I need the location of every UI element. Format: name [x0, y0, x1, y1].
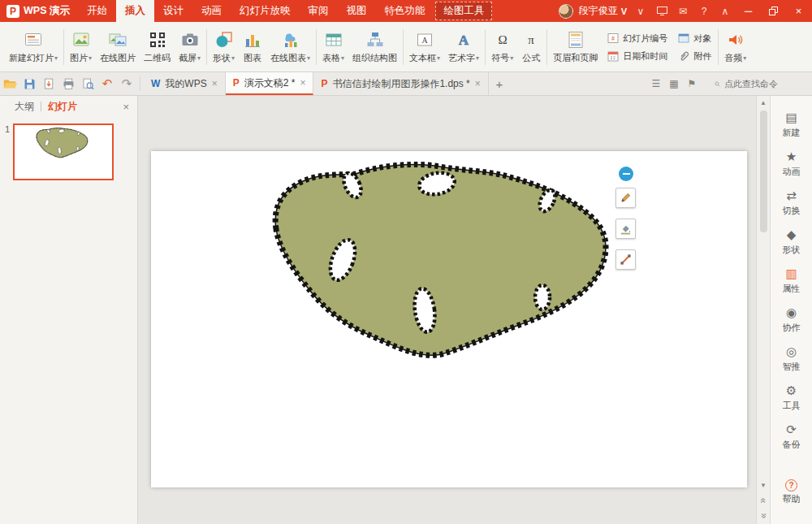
sidebar-item-animation[interactable]: ★ 动画: [783, 149, 801, 178]
picture-button[interactable]: 图片▾: [66, 24, 96, 70]
canvas-scrollbar[interactable]: ▲ ▼ « «: [756, 96, 770, 524]
editing-canvas[interactable]: [138, 96, 756, 524]
menu-tab-special[interactable]: 特色功能: [375, 0, 434, 22]
shapes-button[interactable]: 形状▾: [209, 24, 239, 70]
formula-button[interactable]: π 公式: [517, 24, 545, 70]
minimize-button[interactable]: ─: [736, 0, 760, 22]
restore-button[interactable]: [762, 0, 785, 22]
doc-tab-presentation2[interactable]: P 演示文稿2 * ×: [226, 72, 314, 95]
scrollbar-thumb[interactable]: [760, 110, 767, 232]
menu-tab-drawing-tools[interactable]: 绘图工具: [435, 2, 492, 20]
sidebar-item-tools[interactable]: ⚙ 工具: [783, 383, 801, 412]
line-style-button[interactable]: [615, 249, 636, 270]
object-button[interactable]: 对象: [677, 32, 711, 45]
slide-1-canvas[interactable]: [151, 151, 747, 487]
ribbon-separator: [403, 29, 404, 65]
export-button[interactable]: [39, 72, 58, 95]
slide-1-thumbnail[interactable]: [13, 123, 114, 180]
sidebar-item-smart[interactable]: ◎ 智推: [783, 344, 801, 373]
header-footer-label: 页眉和页脚: [553, 52, 598, 64]
svg-text:A: A: [421, 36, 428, 45]
menu-tab-view[interactable]: 视图: [337, 0, 375, 22]
print-preview-button[interactable]: [78, 72, 97, 95]
fold-ribbon-icon[interactable]: ∧: [715, 0, 735, 22]
menu-tab-design[interactable]: 设计: [154, 0, 192, 22]
sidebar-item-collaborate[interactable]: ◉ 协作: [783, 305, 801, 334]
menu-tab-slideshow[interactable]: 幻灯片放映: [231, 0, 300, 22]
print-button[interactable]: [58, 72, 78, 95]
sidebar-item-shapes[interactable]: ◆ 形状: [783, 227, 801, 256]
close-icon[interactable]: ×: [212, 78, 218, 89]
close-button[interactable]: ×: [787, 0, 810, 22]
sidebar-item-transition[interactable]: ⇄ 切换: [783, 188, 801, 217]
avatar[interactable]: [559, 4, 573, 19]
skin-icon[interactable]: [652, 0, 672, 22]
command-search[interactable]: [708, 79, 812, 89]
doc-tab-title: 我的WPS: [165, 77, 206, 91]
date-time-button[interactable]: 日期和时间: [607, 50, 667, 63]
scroll-up-icon[interactable]: ▲: [757, 96, 770, 109]
textbox-button[interactable]: A 文本框▾: [405, 24, 444, 70]
list-tool-icon[interactable]: ☰: [647, 78, 665, 89]
close-panel-icon[interactable]: ×: [123, 101, 129, 113]
menu-tab-review[interactable]: 审阅: [299, 0, 337, 22]
chart-button[interactable]: 图表: [239, 24, 266, 70]
online-picture-icon: [108, 30, 127, 50]
online-chart-button[interactable]: 在线图表▾: [266, 24, 314, 70]
app-logo[interactable]: P WPS 演示: [0, 0, 78, 22]
command-search-input[interactable]: [724, 79, 806, 89]
grid-tool-icon[interactable]: ▦: [665, 78, 683, 89]
user-name[interactable]: 段宇俊亚: [579, 4, 618, 18]
header-footer-button[interactable]: 页眉和页脚: [549, 24, 602, 70]
sidebar-item-help[interactable]: ? 帮助: [783, 479, 801, 505]
menu-tab-home[interactable]: 开始: [78, 0, 116, 22]
next-slide-button[interactable]: «: [758, 509, 770, 522]
orgchart-button[interactable]: 组织结构图: [348, 24, 401, 70]
ribbon-small-column-1: # 幻灯片编号 日期和时间: [602, 24, 672, 70]
sidebar-item-properties[interactable]: ▥ 属性: [783, 266, 801, 295]
ribbon-separator: [63, 29, 64, 65]
selected-blob-shape[interactable]: [151, 151, 747, 487]
scroll-down-icon[interactable]: ▼: [758, 479, 770, 492]
redo-button[interactable]: ↷: [117, 72, 136, 95]
slide-thumbnail-entry[interactable]: 1: [5, 123, 132, 180]
sidebar-item-backup[interactable]: ⟳ 备份: [783, 422, 801, 451]
table-button[interactable]: 表格▾: [318, 24, 348, 70]
audio-button[interactable]: 音频▾: [720, 24, 750, 70]
sidebar-label: 新建: [783, 127, 801, 139]
undo-button[interactable]: ↶: [97, 72, 117, 95]
tab-outline[interactable]: 大纲: [8, 100, 41, 114]
flag-tool-icon[interactable]: ⚑: [683, 78, 701, 89]
search-icon: [715, 80, 720, 89]
new-tab-button[interactable]: +: [489, 72, 510, 95]
close-icon[interactable]: ×: [300, 77, 305, 89]
online-picture-button[interactable]: 在线图片: [96, 24, 140, 70]
menu-tab-animation[interactable]: 动画: [192, 0, 231, 22]
tab-row-right-tools: ☰ ▦ ⚑: [647, 72, 812, 95]
sidebar-item-new[interactable]: ▤ 新建: [783, 110, 801, 139]
attachment-button[interactable]: 附件: [677, 50, 711, 63]
wordart-button[interactable]: A 艺术字▾: [444, 24, 483, 70]
save-button[interactable]: [19, 72, 39, 95]
tab-slides[interactable]: 幻灯片: [41, 100, 84, 114]
close-icon[interactable]: ×: [475, 78, 481, 89]
open-folder-button[interactable]: [0, 72, 19, 95]
doc-tab-my-wps[interactable]: W 我的WPS ×: [144, 72, 226, 95]
date-time-label: 日期和时间: [623, 50, 667, 63]
help-icon[interactable]: ?: [694, 0, 714, 22]
collapse-toolbar-button[interactable]: [619, 167, 633, 181]
svg-text:Ω: Ω: [498, 33, 507, 46]
doc-tab-letter-envelope[interactable]: P 书信信封绘制用图形操作1.dps * ×: [313, 72, 488, 95]
message-icon[interactable]: ✉: [673, 0, 693, 22]
new-slide-button[interactable]: 新建幻灯片▾: [5, 24, 62, 70]
chevron-down-icon[interactable]: ∨: [631, 0, 650, 22]
symbol-button[interactable]: Ω 符号▾: [487, 24, 517, 70]
screenshot-button[interactable]: 截屏▾: [175, 24, 205, 70]
qrcode-button[interactable]: 二维码: [140, 24, 175, 70]
right-sidebar: ▤ 新建 ★ 动画 ⇄ 切换 ◆ 形状 ▥ 属性 ◉ 协作: [770, 96, 812, 524]
fill-color-button[interactable]: [615, 219, 636, 239]
slide-number-button[interactable]: # 幻灯片编号: [607, 32, 667, 45]
previous-slide-button[interactable]: «: [758, 494, 770, 507]
edit-points-button[interactable]: [615, 188, 636, 208]
menu-tab-insert[interactable]: 插入: [116, 0, 154, 22]
